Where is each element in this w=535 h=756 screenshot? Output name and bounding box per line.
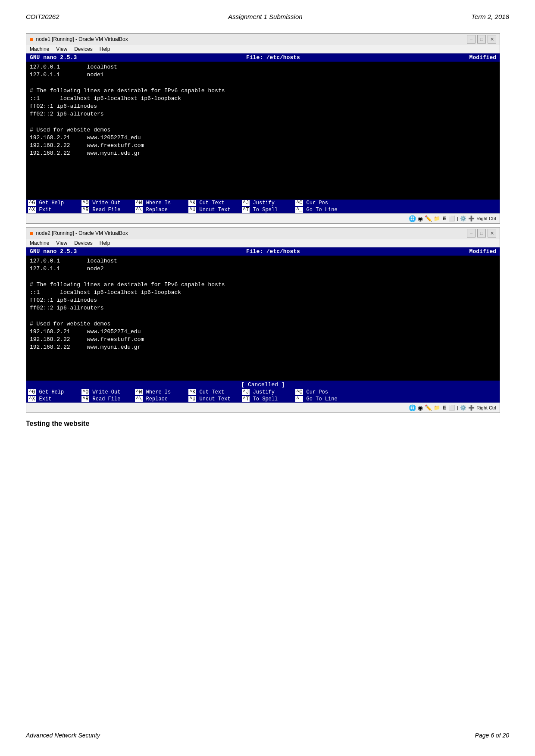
key-x-2: ^X (28, 396, 36, 402)
taskbar-strip-1: 🌐 ◉ ✏️ 📁 🖥 ⬜ | ⚙️ ➕ Right Ctrl (26, 213, 500, 223)
nano-editor-1: GNU nano 2.5.3 File: /etc/hosts Modified… (26, 53, 500, 213)
taskbar-icon-circle-2: ◉ (418, 404, 423, 411)
key-r-1: ^R (81, 207, 89, 213)
nano-footer-row1-2: ^G Get Help ^O Write Out ^W Where Is ^K … (26, 389, 500, 396)
virtualbox-window-2: ■ node2 [Running] - Oracle VM VirtualBox… (26, 227, 500, 413)
key-x-1: ^X (28, 207, 36, 213)
key-u-1: ^U (188, 207, 196, 213)
nano-version-2: GNU nano 2.5.3 (30, 248, 77, 255)
key-w-2: ^W (135, 389, 143, 395)
content-area: ■ node1 [Running] - Oracle VM VirtualBox… (0, 29, 535, 435)
nano-item-gethelp-2: ^G Get Help (28, 389, 80, 395)
taskbar-icon-monitor-2: 🖥 (442, 405, 447, 411)
key-j-2: ^J (242, 389, 250, 395)
nano-item-uncuttext-1: ^U Uncut Text (188, 207, 240, 213)
key-t-1: ^T (242, 207, 250, 213)
nano-version-1: GNU nano 2.5.3 (30, 54, 77, 61)
key-j-1: ^J (242, 200, 250, 206)
taskbar-icon-monitor-1: 🖥 (442, 216, 447, 222)
nano-item-gotoline-2: ^_ Go To Line (295, 396, 347, 402)
nano-item-curpos-1: ^C Cur Pos (295, 200, 347, 206)
section-heading: Testing the website (26, 420, 509, 428)
taskbar-label-2: Right Ctrl (476, 405, 496, 410)
vbox-icon-1: ■ (30, 36, 33, 43)
minimize-button-2[interactable]: – (467, 229, 476, 237)
key-k-1: ^K (188, 200, 196, 206)
nano-item-exit-1: ^X Exit (28, 207, 80, 213)
nano-body-2[interactable]: 127.0.0.1 localhost 127.0.1.1 node2 # Th… (26, 256, 500, 381)
nano-modified-1: Modified (469, 54, 496, 61)
taskbar-strip-2: 🌐 ◉ ✏️ 📁 🖥 ⬜ | ⚙️ ➕ Right Ctrl (26, 403, 500, 412)
taskbar-icon-settings-1: ⚙️ (460, 216, 466, 222)
menu-help-1[interactable]: Help (100, 46, 110, 52)
taskbar-icon-plus-2: ➕ (468, 405, 475, 411)
key-g-1: ^G (28, 200, 36, 206)
virtualbox-window-1: ■ node1 [Running] - Oracle VM VirtualBox… (26, 33, 500, 224)
nano-item-tospell-1: ^T To Spell (242, 207, 294, 213)
minimize-button-1[interactable]: – (467, 35, 476, 44)
taskbar-icon-folder-2: 📁 (434, 405, 440, 411)
nano-file-1: File: /etc/hosts (246, 54, 300, 61)
taskbar-icon-folder-1: 📁 (434, 216, 440, 222)
taskbar-icon-pen-1: ✏️ (425, 215, 432, 222)
nano-editor-2: GNU nano 2.5.3 File: /etc/hosts Modified… (26, 247, 500, 403)
key-g-2: ^G (28, 389, 36, 395)
menu-devices-2[interactable]: Devices (74, 240, 93, 246)
menu-view-2[interactable]: View (56, 240, 67, 246)
menu-view-1[interactable]: View (56, 46, 67, 52)
close-button-2[interactable]: ✕ (488, 229, 496, 237)
taskbar-label-1: Right Ctrl (476, 216, 496, 221)
taskbar-icon-plus-1: ➕ (468, 216, 475, 222)
menu-machine-1[interactable]: Machine (30, 46, 49, 52)
key-w-1: ^W (135, 200, 143, 206)
nano-item-cuttext-1: ^K Cut Text (188, 200, 240, 206)
nano-footer-row2-1: ^X Exit ^R Read File ^\ Replace ^U Uncut… (26, 206, 500, 213)
key-c-1: ^C (295, 200, 303, 206)
taskbar-icon-circle-1: ◉ (418, 215, 423, 222)
key-k-2: ^K (188, 389, 196, 395)
nano-item-justify-1: ^J Justify (242, 200, 294, 206)
key-under-2: ^_ (295, 396, 303, 402)
nano-header-1: GNU nano 2.5.3 File: /etc/hosts Modified (26, 53, 500, 62)
nano-item-readfile-1: ^R Read File (81, 207, 133, 213)
titlebar-1: ■ node1 [Running] - Oracle VM VirtualBox… (26, 34, 500, 45)
nano-body-1[interactable]: 127.0.0.1 localhost 127.0.1.1 node1 # Th… (26, 62, 500, 200)
nano-footer-2: ^G Get Help ^O Write Out ^W Where Is ^K … (26, 389, 500, 403)
menu-machine-2[interactable]: Machine (30, 240, 49, 246)
nano-item-replace-1: ^\ Replace (135, 207, 187, 213)
taskbar-divider-1: | (457, 216, 458, 221)
nano-item-gotoline-1: ^_ Go To Line (295, 207, 347, 213)
key-bs-2: ^\ (135, 396, 143, 402)
taskbar-icon-pen-2: ✏️ (425, 404, 432, 411)
nano-cancelled-2: [ Cancelled ] (26, 381, 500, 389)
maximize-button-2[interactable]: □ (477, 229, 486, 237)
nano-item-curpos-2: ^C Cur Pos (295, 389, 347, 395)
nano-item-exit-2: ^X Exit (28, 396, 80, 402)
titlebar-controls-2[interactable]: – □ ✕ (467, 229, 496, 237)
taskbar-icon-box-2: ⬜ (449, 405, 455, 411)
nano-item-cuttext-2: ^K Cut Text (188, 389, 240, 395)
nano-item-whereis-1: ^W Where Is (135, 200, 187, 206)
nano-item-readfile-2: ^R Read File (81, 396, 133, 402)
nano-item-uncuttext-2: ^U Uncut Text (188, 396, 240, 402)
nano-item-justify-2: ^J Justify (242, 389, 294, 395)
key-o-2: ^O (81, 389, 89, 395)
menu-devices-1[interactable]: Devices (74, 46, 93, 52)
titlebar-controls-1[interactable]: – □ ✕ (467, 35, 496, 44)
menu-help-2[interactable]: Help (100, 240, 110, 246)
nano-footer-row1-1: ^G Get Help ^O Write Out ^W Where Is ^K … (26, 200, 500, 206)
key-under-1: ^_ (295, 207, 303, 213)
titlebar-2: ■ node2 [Running] - Oracle VM VirtualBox… (26, 228, 500, 239)
header-course: COIT20262 (26, 13, 59, 20)
taskbar-icon-box-1: ⬜ (449, 216, 455, 222)
nano-item-replace-2: ^\ Replace (135, 396, 187, 402)
nano-file-2: File: /etc/hosts (246, 248, 300, 255)
window-title-1: node1 [Running] - Oracle VM VirtualBox (36, 36, 128, 42)
close-button-1[interactable]: ✕ (488, 35, 496, 44)
maximize-button-1[interactable]: □ (477, 35, 486, 44)
footer-page: Page 6 of 20 (475, 732, 509, 739)
nano-item-gethelp-1: ^G Get Help (28, 200, 80, 206)
key-o-1: ^O (81, 200, 89, 206)
key-r-2: ^R (81, 396, 89, 402)
menubar-2: Machine View Devices Help (26, 239, 500, 247)
